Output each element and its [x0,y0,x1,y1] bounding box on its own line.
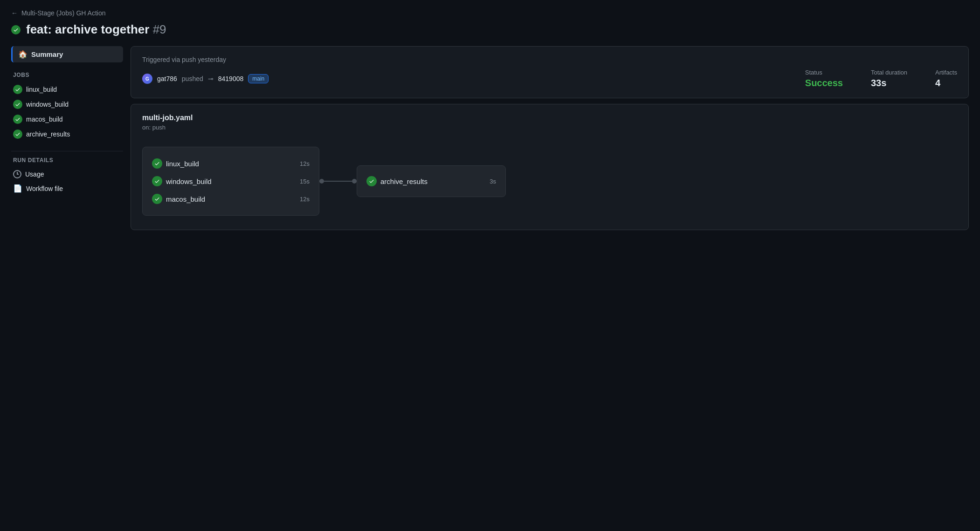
back-link-label: Multi-Stage (Jobs) GH Action [21,9,106,17]
jobs-section-title: Jobs [11,72,123,78]
sidebar-job-windows-build-label: windows_build [26,101,69,108]
flow-linux-build-name: linux_build [166,160,199,168]
workflow-trigger: on: push [142,124,957,131]
flow-job-linux-build[interactable]: linux_build 12s [152,155,310,172]
flow-job-windows-build[interactable]: windows_build 15s [152,172,310,190]
flow-archive-results-name: archive_results [380,177,428,185]
run-status-icon [11,25,21,34]
page-title: feat: archive together #9 [26,22,166,37]
sidebar-usage-label: Usage [25,170,44,178]
sidebar-job-archive-results-label: archive_results [26,130,70,138]
archive-results-status-icon [13,129,22,139]
sidebar-divider [11,151,123,151]
workflow-card: multi-job.yaml on: push linux_build [131,104,969,230]
connector-dot-right [352,179,357,184]
commit-merge-icon: ⊸ [208,75,214,82]
sidebar-job-windows-build[interactable]: windows_build [11,97,123,112]
run-details-section-title: Run details [11,157,123,163]
stage1-box: linux_build 12s windows_build 1 [142,147,319,216]
stage2-box: archive_results 3s [357,165,506,197]
connector-line [324,181,352,182]
clock-icon [13,170,21,178]
duration-stat: Total duration 33s [871,69,907,88]
content-area: Triggered via push yesterday G gat786 pu… [131,46,969,230]
pushed-text: pushed [182,75,203,82]
macos-build-status-icon [13,115,22,124]
artifacts-value: 4 [935,78,957,88]
back-link[interactable]: ← Multi-Stage (Jobs) GH Action [11,9,969,17]
title-row: feat: archive together #9 [11,22,969,37]
flow-diagram: linux_build 12s windows_build 1 [142,142,957,220]
sidebar-summary-item[interactable]: 🏠 Summary [11,46,123,62]
branch-badge[interactable]: main [248,74,269,83]
connector-dot-left [319,179,324,184]
sidebar-workflow-file-label: Workflow file [26,185,63,192]
file-icon: 📄 [13,184,22,193]
sidebar-workflow-file-item[interactable]: 📄 Workflow file [11,181,123,196]
trigger-text: Triggered via push yesterday [142,56,226,63]
flow-connector [319,179,357,184]
artifacts-stat: Artifacts 4 [935,69,957,88]
flow-macos-build-name: macos_build [166,195,205,203]
sidebar: 🏠 Summary Jobs linux_build windows_build [11,46,123,196]
flow-archive-results-icon [366,176,377,186]
flow-windows-build-icon [152,176,162,186]
info-card-top: Triggered via push yesterday [142,56,957,63]
windows-build-status-icon [13,100,22,109]
artifacts-label: Artifacts [935,69,957,76]
commit-hash: 8419008 [218,75,244,82]
sidebar-usage-item[interactable]: Usage [11,167,123,181]
info-card-commit-row: G gat786 pushed ⊸ 8419008 main Status Su… [142,69,957,88]
info-card-stats: Status Success Total duration 33s Artifa… [805,69,957,88]
sidebar-job-macos-build-label: macos_build [26,116,63,123]
flow-windows-build-name: windows_build [166,177,212,185]
sidebar-summary-label: Summary [31,50,63,58]
flow-linux-build-icon [152,158,162,169]
user-avatar: G [142,74,152,84]
workflow-filename: multi-job.yaml [142,114,957,122]
flow-linux-build-duration: 12s [300,160,310,167]
sidebar-job-macos-build[interactable]: macos_build [11,112,123,127]
flow-job-archive-results[interactable]: archive_results 3s [366,172,496,190]
status-value: Success [805,78,843,88]
flow-windows-build-duration: 15s [300,178,310,185]
back-arrow-icon: ← [11,9,18,17]
status-stat: Status Success [805,69,843,88]
duration-label: Total duration [871,69,907,76]
linux-build-status-icon [13,85,22,94]
flow-job-macos-build[interactable]: macos_build 12s [152,190,310,208]
flow-archive-results-duration: 3s [490,178,496,185]
sidebar-jobs-section: Jobs linux_build windows_build [11,72,123,142]
duration-value: 33s [871,78,907,88]
flow-macos-build-icon [152,194,162,204]
username: gat786 [157,75,177,82]
sidebar-job-linux-build[interactable]: linux_build [11,82,123,97]
flow-macos-build-duration: 12s [300,196,310,203]
info-card: Triggered via push yesterday G gat786 pu… [131,46,969,98]
sidebar-job-archive-results[interactable]: archive_results [11,127,123,142]
status-label: Status [805,69,843,76]
home-icon: 🏠 [18,50,28,59]
sidebar-job-linux-build-label: linux_build [26,86,57,93]
